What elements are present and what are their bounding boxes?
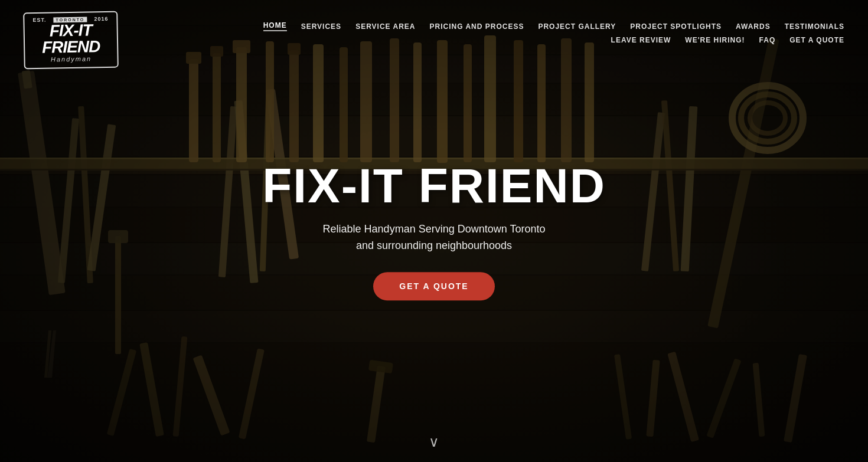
nav-get-quote[interactable]: GET A QUOTE (789, 36, 844, 44)
logo-main-text: FIX-IT FRIEND (32, 22, 109, 56)
hero-content: FIX-IT FRIEND Reliable Handyman Serving … (227, 162, 641, 301)
get-quote-button[interactable]: GET A QUOTE (373, 272, 494, 300)
nav-awards[interactable]: AWARDS (736, 22, 771, 31)
nav-project-spotlights[interactable]: PROJECT SPOTLIGHTS (630, 22, 722, 31)
nav-row-1: HOME SERVICES SERVICE AREA PRICING AND P… (263, 21, 844, 31)
nav-services[interactable]: SERVICES (301, 22, 341, 31)
nav-row-2: LEAVE REVIEW WE'RE HIRING! FAQ GET A QUO… (611, 36, 844, 44)
nav-home[interactable]: HOME (263, 21, 287, 31)
logo-badge: EST. TORONTO 2016 FIX-IT FRIEND Handyman (23, 11, 119, 70)
nav-faq[interactable]: FAQ (759, 36, 776, 44)
nav-testimonials[interactable]: TESTIMONIALS (785, 22, 844, 31)
navigation: HOME SERVICES SERVICE AREA PRICING AND P… (263, 11, 844, 44)
nav-service-area[interactable]: SERVICE AREA (355, 22, 415, 31)
logo[interactable]: EST. TORONTO 2016 FIX-IT FRIEND Handyman (24, 11, 118, 70)
header: EST. TORONTO 2016 FIX-IT FRIEND Handyman… (0, 0, 868, 70)
hero-section: EST. TORONTO 2016 FIX-IT FRIEND Handyman… (0, 0, 868, 462)
nav-pricing[interactable]: PRICING AND PROCESS (429, 22, 524, 31)
scroll-indicator[interactable]: ∨ (429, 434, 439, 450)
nav-hiring[interactable]: WE'RE HIRING! (685, 36, 745, 44)
nav-leave-review[interactable]: LEAVE REVIEW (611, 36, 671, 44)
hero-title: FIX-IT FRIEND (227, 162, 641, 210)
hero-subtitle: Reliable Handyman Serving Downtown Toron… (227, 221, 641, 255)
nav-project-gallery[interactable]: PROJECT GALLERY (538, 22, 616, 31)
chevron-down-icon: ∨ (429, 434, 439, 450)
